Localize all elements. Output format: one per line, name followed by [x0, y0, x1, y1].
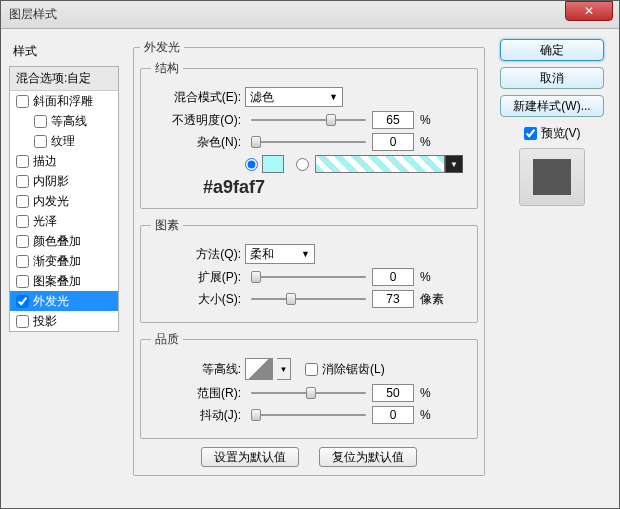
method-select[interactable]: 柔和▼ [245, 244, 315, 264]
opacity-label: 不透明度(O): [151, 112, 241, 129]
set-default-button[interactable]: 设置为默认值 [201, 447, 299, 467]
spread-unit: % [420, 270, 431, 284]
list-label: 内阴影 [33, 173, 69, 190]
opacity-input[interactable]: 65 [372, 111, 414, 129]
gradient-dropdown[interactable]: ▼ [445, 155, 463, 173]
inner-glow-checkbox[interactable] [16, 195, 29, 208]
center-panel: 外发光 结构 混合模式(E): 滤色▼ 不透明度(O): 65 % 杂色(N): [133, 39, 485, 500]
style-list-title: 样式 [9, 39, 119, 66]
antialias-label: 消除锯齿(L) [322, 361, 385, 378]
color-hex-annotation: #a9faf7 [203, 177, 467, 198]
color-overlay-checkbox[interactable] [16, 235, 29, 248]
list-label: 内发光 [33, 193, 69, 210]
quality-group: 品质 等高线: ▼ 消除锯齿(L) 范围(R): 50 % [140, 331, 478, 439]
range-slider[interactable] [251, 386, 366, 400]
list-item-gradient-overlay[interactable]: 渐变叠加 [10, 251, 118, 271]
spread-slider[interactable] [251, 270, 366, 284]
elements-group: 图素 方法(Q): 柔和▼ 扩展(P): 0 % 大小(S): 73 [140, 217, 478, 323]
list-label: 描边 [33, 153, 57, 170]
noise-label: 杂色(N): [151, 134, 241, 151]
close-icon: ✕ [584, 4, 594, 18]
list-label: 图案叠加 [33, 273, 81, 290]
list-item-stroke[interactable]: 描边 [10, 151, 118, 171]
jitter-slider[interactable] [251, 408, 366, 422]
size-label: 大小(S): [151, 291, 241, 308]
size-slider[interactable] [251, 292, 366, 306]
list-item-color-overlay[interactable]: 颜色叠加 [10, 231, 118, 251]
outer-glow-checkbox[interactable] [16, 295, 29, 308]
method-value: 柔和 [250, 246, 274, 263]
antialias-checkbox[interactable] [305, 363, 318, 376]
list-item-inner-shadow[interactable]: 内阴影 [10, 171, 118, 191]
list-item-satin[interactable]: 光泽 [10, 211, 118, 231]
outer-glow-section: 外发光 结构 混合模式(E): 滤色▼ 不透明度(O): 65 % 杂色(N): [133, 39, 485, 476]
list-item-texture[interactable]: 纹理 [10, 131, 118, 151]
contour-checkbox[interactable] [34, 115, 47, 128]
solid-color-radio[interactable] [245, 158, 258, 171]
spread-input[interactable]: 0 [372, 268, 414, 286]
list-item-outer-glow[interactable]: 外发光 [10, 291, 118, 311]
inner-shadow-checkbox[interactable] [16, 175, 29, 188]
noise-unit: % [420, 135, 431, 149]
size-input[interactable]: 73 [372, 290, 414, 308]
stroke-checkbox[interactable] [16, 155, 29, 168]
method-label: 方法(Q): [151, 246, 241, 263]
close-button[interactable]: ✕ [565, 1, 613, 21]
reset-default-button[interactable]: 复位为默认值 [319, 447, 417, 467]
dialog-body: 样式 混合选项:自定 斜面和浮雕 等高线 纹理 描边 内阴影 内发光 光泽 颜色… [1, 29, 619, 508]
jitter-input[interactable]: 0 [372, 406, 414, 424]
bevel-checkbox[interactable] [16, 95, 29, 108]
structure-legend: 结构 [151, 60, 183, 77]
list-label: 颜色叠加 [33, 233, 81, 250]
noise-slider[interactable] [251, 135, 366, 149]
contour-dropdown[interactable]: ▼ [277, 358, 291, 380]
noise-input[interactable]: 0 [372, 133, 414, 151]
list-label: 外发光 [33, 293, 69, 310]
quality-legend: 品质 [151, 331, 183, 348]
range-input[interactable]: 50 [372, 384, 414, 402]
size-unit: 像素 [420, 291, 444, 308]
list-item-inner-glow[interactable]: 内发光 [10, 191, 118, 211]
chevron-down-icon: ▼ [329, 92, 338, 102]
texture-checkbox[interactable] [34, 135, 47, 148]
gradient-overlay-checkbox[interactable] [16, 255, 29, 268]
dialog-title: 图层样式 [9, 6, 57, 23]
preview-checkbox[interactable] [524, 127, 537, 140]
contour-picker[interactable] [245, 358, 273, 380]
list-item-drop-shadow[interactable]: 投影 [10, 311, 118, 331]
satin-checkbox[interactable] [16, 215, 29, 228]
gradient-radio[interactable] [296, 158, 309, 171]
list-label: 渐变叠加 [33, 253, 81, 270]
list-item-contour[interactable]: 等高线 [10, 111, 118, 131]
drop-shadow-checkbox[interactable] [16, 315, 29, 328]
opacity-slider[interactable] [251, 113, 366, 127]
new-style-button[interactable]: 新建样式(W)... [500, 95, 604, 117]
elements-legend: 图素 [151, 217, 183, 234]
jitter-unit: % [420, 408, 431, 422]
cancel-button[interactable]: 取消 [500, 67, 604, 89]
color-swatch[interactable] [262, 155, 284, 173]
right-panel: 确定 取消 新建样式(W)... 预览(V) [493, 39, 611, 500]
list-item-pattern-overlay[interactable]: 图案叠加 [10, 271, 118, 291]
list-label: 光泽 [33, 213, 57, 230]
blending-options-header[interactable]: 混合选项:自定 [10, 67, 118, 91]
range-label: 范围(R): [151, 385, 241, 402]
preview-label: 预览(V) [541, 125, 581, 142]
blend-mode-select[interactable]: 滤色▼ [245, 87, 343, 107]
list-label: 投影 [33, 313, 57, 330]
range-unit: % [420, 386, 431, 400]
jitter-label: 抖动(J): [151, 407, 241, 424]
gradient-picker[interactable] [315, 155, 445, 173]
blend-mode-label: 混合模式(E): [151, 89, 241, 106]
opacity-unit: % [420, 113, 431, 127]
style-list: 混合选项:自定 斜面和浮雕 等高线 纹理 描边 内阴影 内发光 光泽 颜色叠加 … [9, 66, 119, 332]
list-item-bevel[interactable]: 斜面和浮雕 [10, 91, 118, 111]
contour-label: 等高线: [151, 361, 241, 378]
structure-group: 结构 混合模式(E): 滤色▼ 不透明度(O): 65 % 杂色(N): [140, 60, 478, 209]
blend-mode-value: 滤色 [250, 89, 274, 106]
ok-button[interactable]: 确定 [500, 39, 604, 61]
pattern-overlay-checkbox[interactable] [16, 275, 29, 288]
chevron-down-icon: ▼ [301, 249, 310, 259]
layer-style-dialog: 图层样式 ✕ 样式 混合选项:自定 斜面和浮雕 等高线 纹理 描边 内阴影 内发… [0, 0, 620, 509]
style-list-panel: 样式 混合选项:自定 斜面和浮雕 等高线 纹理 描边 内阴影 内发光 光泽 颜色… [9, 39, 119, 500]
